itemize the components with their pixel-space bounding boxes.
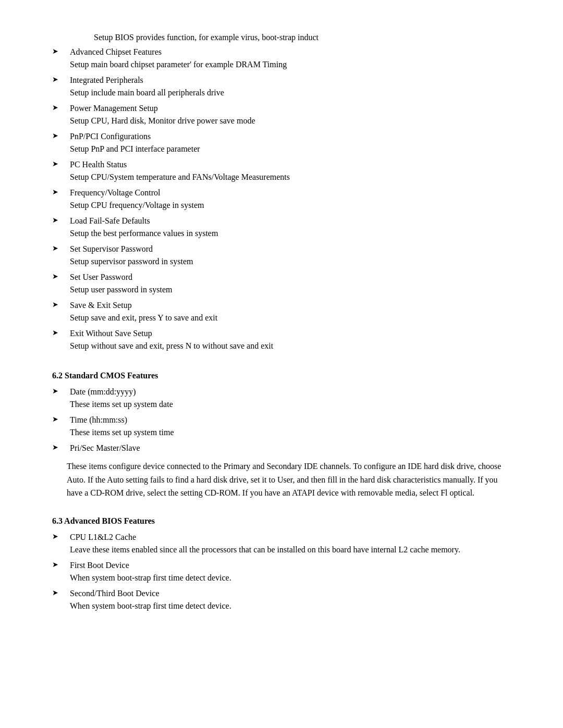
- item-desc: Setup without save and exit, press N to …: [70, 340, 511, 352]
- intro-text: Setup BIOS provides function, for exampl…: [52, 31, 511, 44]
- content-area: Setup BIOS provides function, for exampl…: [52, 31, 511, 614]
- arrow-icon: ➤: [52, 588, 67, 597]
- section-62-list: ➤ Date (mm:dd:yyyy) These items set up s…: [52, 386, 511, 454]
- item-title: Advanced Chipset Features: [70, 46, 511, 58]
- item-desc: Setup supervisor password in system: [70, 255, 511, 268]
- item-content: Save & Exit Setup Setup save and exit, p…: [70, 299, 511, 326]
- list-item: ➤ Advanced Chipset Features Setup main b…: [52, 46, 511, 73]
- list-item: ➤ Set Supervisor Password Setup supervis…: [52, 243, 511, 270]
- item-content: Date (mm:dd:yyyy) These items set up sys…: [70, 386, 511, 413]
- list-item: ➤ Exit Without Save Setup Setup without …: [52, 327, 511, 354]
- list-item: ➤ Pri/Sec Master/Slave: [52, 442, 511, 454]
- item-content: PC Health Status Setup CPU/System temper…: [70, 158, 511, 186]
- item-desc: These items set up system date: [70, 398, 511, 411]
- item-title: Integrated Peripherals: [70, 74, 511, 87]
- arrow-icon: ➤: [52, 188, 67, 196]
- list-item: ➤ Load Fail-Safe Defaults Setup the best…: [52, 215, 511, 242]
- arrow-icon: ➤: [52, 328, 67, 337]
- item-title: Pri/Sec Master/Slave: [70, 442, 511, 454]
- arrow-icon: ➤: [52, 560, 67, 569]
- list-item: ➤ Save & Exit Setup Setup save and exit,…: [52, 299, 511, 326]
- arrow-icon: ➤: [52, 387, 67, 396]
- item-desc: Setup CPU frequency/Voltage in system: [70, 199, 511, 212]
- item-desc: Setup save and exit, press Y to save and…: [70, 312, 511, 324]
- list-item: ➤ Time (hh:mm:ss) These items set up sys…: [52, 414, 511, 441]
- item-title: Second/Third Boot Device: [70, 587, 511, 600]
- item-content: Second/Third Boot Device When system boo…: [70, 587, 511, 614]
- arrow-icon: ➤: [52, 443, 67, 452]
- item-desc: Leave these items enabled since all the …: [70, 544, 511, 556]
- item-title: Set Supervisor Password: [70, 243, 511, 255]
- arrow-icon: ➤: [52, 272, 67, 281]
- item-desc: Setup CPU/System temperature and FANs/Vo…: [70, 171, 511, 183]
- item-content: PnP/PCI Configurations Setup PnP and PCI…: [70, 130, 511, 157]
- item-content: Set Supervisor Password Setup supervisor…: [70, 243, 511, 270]
- arrow-icon: ➤: [52, 244, 67, 253]
- item-title: Save & Exit Setup: [70, 299, 511, 312]
- item-title: Date (mm:dd:yyyy): [70, 386, 511, 398]
- item-desc: Setup include main board all peripherals…: [70, 87, 511, 99]
- section-62: 6.2 Standard CMOS Features ➤ Date (mm:dd…: [52, 371, 511, 500]
- item-content: Integrated Peripherals Setup include mai…: [70, 74, 511, 101]
- item-desc: These items set up system time: [70, 426, 511, 439]
- item-title: PC Health Status: [70, 158, 511, 171]
- section-63: 6.3 Advanced BIOS Features ➤ CPU L1&L2 C…: [52, 516, 511, 614]
- item-desc: Setup CPU, Hard disk, Monitor drive powe…: [70, 115, 511, 127]
- arrow-icon: ➤: [52, 159, 67, 168]
- item-desc: Setup user password in system: [70, 283, 511, 296]
- item-content: Set User Password Setup user password in…: [70, 271, 511, 298]
- item-title: CPU L1&L2 Cache: [70, 531, 511, 544]
- item-desc: Setup PnP and PCI interface parameter: [70, 143, 511, 155]
- list-item: ➤ PnP/PCI Configurations Setup PnP and P…: [52, 130, 511, 157]
- item-desc: When system boot-strap first time detect…: [70, 572, 511, 584]
- item-title: Frequency/Voltage Control: [70, 187, 511, 199]
- list-item: ➤ Integrated Peripherals Setup include m…: [52, 74, 511, 101]
- arrow-icon: ➤: [52, 300, 67, 309]
- item-title: Time (hh:mm:ss): [70, 414, 511, 426]
- list-item: ➤ Frequency/Voltage Control Setup CPU fr…: [52, 187, 511, 214]
- item-title: Set User Password: [70, 271, 511, 283]
- arrow-icon: ➤: [52, 47, 67, 56]
- main-bullet-list: ➤ Advanced Chipset Features Setup main b…: [52, 46, 511, 354]
- section-63-list: ➤ CPU L1&L2 Cache Leave these items enab…: [52, 531, 511, 614]
- item-title: Power Management Setup: [70, 102, 511, 115]
- item-content: Advanced Chipset Features Setup main boa…: [70, 46, 511, 73]
- item-title: Load Fail-Safe Defaults: [70, 215, 511, 227]
- list-item: ➤ Set User Password Setup user password …: [52, 271, 511, 298]
- list-item: ➤ CPU L1&L2 Cache Leave these items enab…: [52, 531, 511, 558]
- list-item: ➤ Power Management Setup Setup CPU, Hard…: [52, 102, 511, 129]
- item-desc: Setup the best performance values in sys…: [70, 227, 511, 240]
- item-content: Time (hh:mm:ss) These items set up syste…: [70, 414, 511, 441]
- item-content: Power Management Setup Setup CPU, Hard d…: [70, 102, 511, 129]
- item-content: CPU L1&L2 Cache Leave these items enable…: [70, 531, 511, 558]
- list-item: ➤ Date (mm:dd:yyyy) These items set up s…: [52, 386, 511, 413]
- list-item: ➤ First Boot Device When system boot-str…: [52, 559, 511, 586]
- arrow-icon: ➤: [52, 75, 67, 84]
- section-62-heading: 6.2 Standard CMOS Features: [52, 371, 511, 380]
- list-item: ➤ Second/Third Boot Device When system b…: [52, 587, 511, 614]
- item-title: Exit Without Save Setup: [70, 327, 511, 340]
- item-content: Frequency/Voltage Control Setup CPU freq…: [70, 187, 511, 214]
- item-content: Exit Without Save Setup Setup without sa…: [70, 327, 511, 354]
- arrow-icon: ➤: [52, 103, 67, 112]
- section-63-heading: 6.3 Advanced BIOS Features: [52, 516, 511, 526]
- list-item: ➤ PC Health Status Setup CPU/System temp…: [52, 158, 511, 186]
- item-desc: Setup main board chipset parameter' for …: [70, 58, 511, 71]
- arrow-icon: ➤: [52, 532, 67, 541]
- arrow-icon: ➤: [52, 415, 67, 424]
- item-desc: When system boot-strap first time detect…: [70, 600, 511, 612]
- item-title: PnP/PCI Configurations: [70, 130, 511, 143]
- item-content: First Boot Device When system boot-strap…: [70, 559, 511, 586]
- item-content: Load Fail-Safe Defaults Setup the best p…: [70, 215, 511, 242]
- intro-line1: Setup BIOS provides function, for exampl…: [94, 33, 319, 42]
- item-content: Pri/Sec Master/Slave: [70, 442, 511, 454]
- section-62-paragraph: These items configure device connected t…: [52, 460, 511, 500]
- item-title: First Boot Device: [70, 559, 511, 572]
- arrow-icon: ➤: [52, 131, 67, 140]
- arrow-icon: ➤: [52, 216, 67, 225]
